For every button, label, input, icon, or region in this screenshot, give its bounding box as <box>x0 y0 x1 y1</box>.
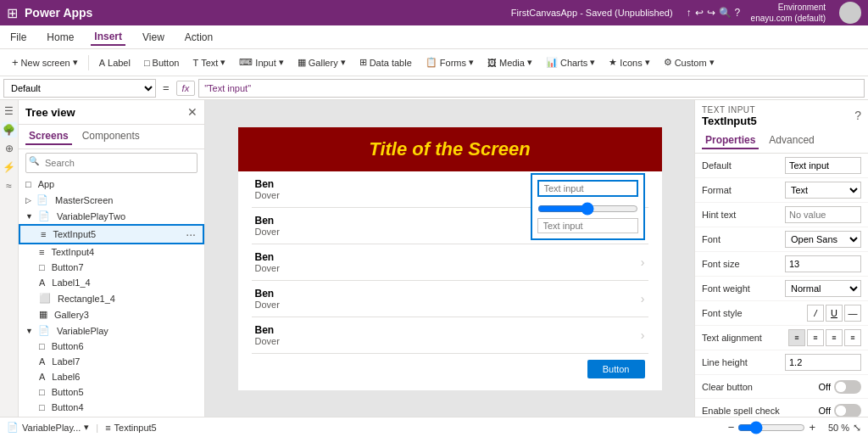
search-input[interactable] <box>25 153 198 173</box>
tree-item-masterscreen[interactable]: ▷ 📄 MasterScreen <box>19 192 204 208</box>
fit-screen-button[interactable]: ⤡ <box>853 422 861 434</box>
canvas-title-bar: Title of the Screen <box>238 127 662 171</box>
prop-font-size-input[interactable] <box>785 255 861 272</box>
prop-line-height-input[interactable] <box>785 354 861 371</box>
menu-file[interactable]: File <box>7 30 30 45</box>
align-justify-button[interactable]: ≡ <box>844 329 861 346</box>
data-icon[interactable]: ⊕ <box>2 141 17 156</box>
label-button[interactable]: A Label <box>94 56 136 70</box>
tree-item-button6[interactable]: □ Button6 <box>19 339 204 354</box>
tree-item-textinput4[interactable]: ≡ TextInput4 <box>19 244 204 260</box>
tree-item-label1-4[interactable]: A Label1_4 <box>19 275 204 290</box>
bottombar: 📄 VariablePlay... ▾ | ≡ Textinput5 − + 5… <box>0 417 868 437</box>
tree-item-label-textinput4: TextInput4 <box>51 247 94 257</box>
font-style-btns: / U — <box>807 305 861 322</box>
fx-button[interactable]: fx <box>176 81 196 96</box>
share-icon[interactable]: ↑ <box>687 7 692 19</box>
app-title: Power Apps <box>25 6 92 20</box>
tree-item-textinput5[interactable]: ≡ TextInput5 ··· <box>19 224 204 244</box>
user-avatar[interactable] <box>839 2 861 24</box>
new-screen-chevron: ▾ <box>73 57 78 68</box>
help-circle-icon[interactable]: ? <box>854 109 861 122</box>
tree-item-variableplaytwo[interactable]: ▼ 📄 VariablePlayTwo <box>19 208 204 224</box>
widget-slider[interactable] <box>537 202 638 216</box>
button-button[interactable]: □ Button <box>139 56 184 70</box>
tab-advanced[interactable]: Advanced <box>765 132 817 149</box>
tree-item-label7[interactable]: A Label7 <box>19 354 204 369</box>
undo-icon[interactable]: ↩ <box>695 7 704 19</box>
data-table-label: Data table <box>370 58 412 68</box>
prop-font-select[interactable]: Open Sans <box>785 231 861 248</box>
tree-item-app[interactable]: □ App <box>19 176 204 192</box>
icons-button[interactable]: ★ Icons ▾ <box>604 55 654 70</box>
tree-item-button7[interactable]: □ Button7 <box>19 260 204 275</box>
redo-icon[interactable]: ↪ <box>707 7 715 19</box>
search-icon[interactable]: 🔍 <box>719 7 732 19</box>
charts-icon: 📊 <box>546 57 558 68</box>
component-name-display[interactable]: ≡ Textinput5 <box>105 423 157 433</box>
new-screen-label: New screen <box>21 58 70 68</box>
tree-item-variableplay[interactable]: ▼ 📄 VariablePlay <box>19 322 204 339</box>
custom-button[interactable]: ⚙ Custom ▾ <box>659 55 720 70</box>
menu-insert[interactable]: Insert <box>91 29 125 46</box>
media-button[interactable]: 🖼 Media ▾ <box>482 55 537 70</box>
prop-font-weight-select[interactable]: Normal <box>785 280 861 297</box>
tree-item-button4[interactable]: □ Button4 <box>19 400 204 415</box>
media-icon: 🖼 <box>487 58 497 68</box>
gallery-chevron: ▾ <box>341 57 346 68</box>
tree-item-gallery3[interactable]: ▦ Gallery3 <box>19 306 204 322</box>
tree-item-label6[interactable]: A Label6 <box>19 369 204 384</box>
help-icon[interactable]: ? <box>735 7 741 19</box>
tree-item-rectangle1-4[interactable]: ⬜ Rectangle1_4 <box>19 290 204 306</box>
data-table-button[interactable]: ⊞ Data table <box>354 55 417 70</box>
tree-item-button5[interactable]: □ Button5 <box>19 384 204 400</box>
spell-check-toggle[interactable] <box>834 404 861 417</box>
clear-button-toggle[interactable] <box>834 380 861 394</box>
italic-button[interactable]: / <box>807 305 824 322</box>
screen-name-display[interactable]: 📄 VariablePlay... ▾ <box>7 422 89 433</box>
menu-view[interactable]: View <box>139 30 168 45</box>
components-icon[interactable]: ⚡ <box>2 160 17 175</box>
charts-button[interactable]: 📊 Charts ▾ <box>541 55 600 70</box>
strikethrough-button[interactable]: — <box>844 305 861 322</box>
prop-default-input[interactable] <box>785 157 861 174</box>
prop-row-hint-text: Hint text <box>695 203 868 227</box>
prop-row-line-height: Line height <box>695 350 868 375</box>
canvas-blue-button[interactable]: Button <box>587 360 645 378</box>
prop-row-font-weight: Font weight Normal <box>695 277 868 301</box>
canvas-widget <box>531 173 645 240</box>
treeview-icon[interactable]: 🌳 <box>2 122 17 137</box>
scope-select[interactable]: Default <box>3 79 156 98</box>
more-button-textinput5[interactable]: ··· <box>186 227 196 241</box>
input-button[interactable]: ⌨ Input ▾ <box>234 55 288 70</box>
widget-text-input2[interactable] <box>537 218 638 233</box>
underline-button[interactable]: U <box>826 305 843 322</box>
hamburger-icon[interactable]: ☰ <box>2 104 17 119</box>
zoom-in-button[interactable]: + <box>809 421 815 434</box>
text-button[interactable]: T Text ▾ <box>187 55 231 70</box>
gallery-button[interactable]: ▦ Gallery ▾ <box>292 55 351 70</box>
align-center-button[interactable]: ≡ <box>807 329 824 346</box>
sidebar-close-button[interactable]: ✕ <box>187 105 198 119</box>
menu-home[interactable]: Home <box>43 30 77 45</box>
align-right-button[interactable]: ≡ <box>826 329 843 346</box>
component-name-label: Textinput5 <box>114 423 157 433</box>
align-left-button[interactable]: ≡ <box>788 329 805 346</box>
forms-chevron: ▾ <box>469 57 474 68</box>
widget-text-input1[interactable] <box>537 180 638 197</box>
tab-screens[interactable]: Screens <box>25 128 72 145</box>
zoom-slider[interactable] <box>737 421 805 434</box>
variable-icon[interactable]: ≈ <box>2 178 17 193</box>
zoom-out-button[interactable]: − <box>728 421 735 434</box>
icons-label: Icons <box>620 58 642 68</box>
new-screen-button[interactable]: + New screen ▾ <box>7 54 83 70</box>
forms-button[interactable]: 📋 Forms ▾ <box>420 55 479 70</box>
label-label: Label <box>108 58 131 68</box>
tab-components[interactable]: Components <box>79 128 143 145</box>
menu-action[interactable]: Action <box>181 30 216 45</box>
prop-format-select[interactable]: Text <box>785 182 861 199</box>
prop-hint-text-input[interactable] <box>785 206 861 223</box>
formula-input[interactable] <box>198 79 865 98</box>
data-table-icon: ⊞ <box>359 57 367 68</box>
tab-properties[interactable]: Properties <box>702 132 759 149</box>
